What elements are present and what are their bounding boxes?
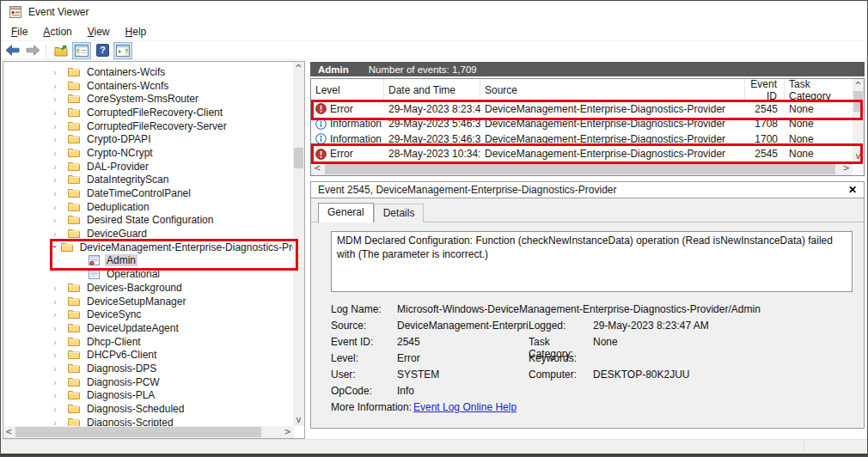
menu-file[interactable]: File	[3, 24, 35, 40]
console-tree-icon	[75, 45, 89, 57]
chevron-right-icon[interactable]: ›	[53, 283, 64, 292]
chevron-right-icon[interactable]: ›	[53, 391, 64, 399]
tree-item[interactable]: ›Diagnosis-DPS	[3, 362, 292, 375]
chevron-right-icon[interactable]: ›	[53, 324, 64, 332]
field-value-user: SYSTEM	[397, 369, 439, 381]
tree-item[interactable]: ›Containers-Wcnfs	[3, 79, 292, 93]
folder-export-icon	[54, 45, 68, 57]
scroll-right-icon[interactable]: >	[284, 428, 291, 436]
chevron-right-icon[interactable]: ›	[53, 94, 64, 103]
tree-item[interactable]: ›CorruptedFileRecovery-Client	[3, 106, 292, 119]
tree-item[interactable]: ›DeviceUpdateAgent	[3, 321, 292, 335]
tab-details[interactable]: Details	[374, 204, 425, 222]
tree-item[interactable]: ›DeviceSync	[3, 308, 292, 321]
tree-item[interactable]: ›Devices-Background	[3, 281, 292, 295]
folder-icon	[68, 377, 80, 387]
tree-item[interactable]: ›Deduplication	[3, 200, 292, 214]
field-label-moreinfo: More Information:	[331, 401, 413, 413]
field-label-eventid: Event ID:	[331, 336, 397, 348]
chevron-right-icon[interactable]: ›	[53, 310, 64, 319]
folder-icon	[68, 161, 80, 172]
chevron-right-icon[interactable]: ›	[53, 203, 64, 211]
annotation-box-error-row-2	[311, 143, 863, 164]
scroll-left-icon[interactable]: <	[314, 164, 321, 173]
folder-icon	[68, 107, 80, 118]
tree-item[interactable]: ›DAL-Provider	[3, 160, 292, 174]
tree-item[interactable]: ›DateTimeControlPanel	[3, 186, 292, 200]
details-header: Event 2545, DeviceManagement-Enterprise-…	[311, 182, 864, 198]
help-button[interactable]: ?	[93, 42, 112, 59]
chevron-right-icon[interactable]: ›	[53, 162, 64, 171]
chevron-right-icon[interactable]: ›	[53, 149, 64, 157]
event-details-pane: Event 2545, DeviceManagement-Enterprise-…	[310, 181, 865, 429]
column-header-datetime[interactable]: Date and Time	[384, 79, 480, 101]
chevron-right-icon[interactable]: ›	[53, 216, 64, 224]
event-log-online-help-link[interactable]: Event Log Online Help	[413, 401, 517, 413]
chevron-right-icon[interactable]: ›	[53, 364, 64, 373]
tree-item[interactable]: ›Dhcp-Client	[3, 335, 292, 349]
scroll-up-icon[interactable]: ^	[853, 82, 864, 90]
tree-item[interactable]: ›Diagnosis-PCW	[3, 375, 292, 389]
field-label-logname: Log Name:	[331, 303, 397, 315]
chevron-right-icon[interactable]: ›	[53, 135, 64, 143]
scroll-right-icon[interactable]: >	[843, 164, 850, 173]
field-value-source: DeviceManagement-Enterpri	[397, 320, 529, 332]
chevron-right-icon[interactable]: ›	[53, 378, 64, 387]
tree-item[interactable]: ›Crypto-DPAPI	[3, 132, 292, 146]
title-bar: Event Viewer	[1, 1, 867, 23]
tree-item[interactable]: ›Diagnosis-PLA	[3, 389, 292, 403]
tree-hscroll-thumb[interactable]	[15, 427, 261, 437]
show-console-tree-button[interactable]	[72, 42, 91, 59]
help-icon: ?	[96, 44, 109, 57]
details-title: Event 2545, DeviceManagement-Enterprise-…	[318, 184, 848, 196]
chevron-right-icon[interactable]: ›	[53, 175, 64, 184]
tree-item[interactable]: ›DeviceSetupManager	[3, 295, 292, 308]
tree-vscroll-thumb[interactable]	[294, 148, 303, 168]
chevron-right-icon[interactable]: ›	[53, 68, 64, 76]
table-horizontal-scrollbar[interactable]: < >	[311, 162, 853, 175]
tree-item[interactable]: ›Desired State Configuration	[3, 214, 292, 228]
toolbar-separator	[46, 44, 46, 58]
chevron-right-icon[interactable]: ›	[53, 122, 64, 131]
export-folder-button[interactable]	[52, 42, 70, 59]
scroll-up-icon[interactable]: ^	[293, 64, 304, 73]
chevron-right-icon[interactable]: ›	[53, 229, 64, 238]
tab-general[interactable]: General	[318, 203, 374, 222]
window-bottom-edge	[1, 454, 867, 457]
tree-item[interactable]: ›Containers-Wcifs	[3, 65, 292, 79]
svg-text:?: ?	[100, 45, 105, 55]
tree-horizontal-scrollbar[interactable]: < >	[3, 426, 294, 438]
scroll-down-icon[interactable]: v	[293, 416, 304, 424]
table-hscroll-thumb[interactable]	[325, 164, 835, 174]
close-icon[interactable]: ✕	[848, 184, 857, 196]
chevron-right-icon[interactable]: ›	[53, 82, 64, 90]
column-header-level[interactable]: Level	[311, 79, 384, 101]
column-header-taskcategory[interactable]: Task Category	[785, 79, 850, 101]
chevron-right-icon[interactable]: ›	[53, 108, 64, 117]
menu-action[interactable]: Action	[35, 24, 79, 40]
annotation-box-error-row-1	[311, 100, 863, 120]
show-action-pane-button[interactable]	[113, 42, 132, 59]
column-header-source[interactable]: Source	[480, 79, 745, 101]
chevron-right-icon[interactable]: ›	[53, 350, 64, 359]
tree-item[interactable]: ›CorruptedFileRecovery-Server	[3, 119, 292, 133]
tree-item[interactable]: ›Crypto-NCrypt	[3, 146, 292, 160]
chevron-right-icon[interactable]: ›	[53, 338, 64, 346]
chevron-right-icon[interactable]: ›	[53, 297, 64, 306]
back-arrow-icon	[5, 45, 20, 56]
chevron-right-icon[interactable]: ›	[53, 405, 64, 413]
action-pane-icon	[116, 45, 130, 57]
menu-help[interactable]: Help	[118, 24, 155, 40]
log-title: Admin	[318, 64, 349, 75]
field-value-level: Error	[397, 352, 420, 364]
forward-button[interactable]	[23, 42, 42, 59]
scroll-left-icon[interactable]: <	[5, 428, 12, 436]
tree-item[interactable]: ›DHCPv6-Client	[3, 348, 292, 362]
tree-item[interactable]: ›Diagnosis-Scheduled	[3, 402, 292, 416]
chevron-right-icon[interactable]: ›	[53, 189, 64, 198]
menu-view[interactable]: View	[80, 24, 118, 40]
tree-item[interactable]: ›CoreSystem-SmsRouter	[3, 92, 292, 106]
back-button[interactable]	[3, 42, 21, 59]
tree-item[interactable]: ›DataIntegrityScan	[3, 174, 292, 187]
column-header-eventid[interactable]: Event ID	[745, 79, 785, 101]
